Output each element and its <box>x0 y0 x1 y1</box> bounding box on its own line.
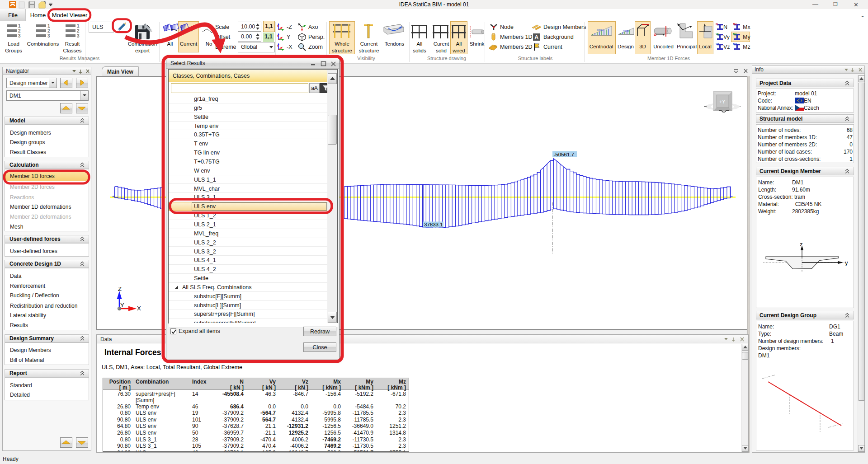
svg-text:My: My <box>733 33 737 36</box>
svg-text:N: N <box>716 23 718 26</box>
svg-text:2: 2 <box>77 28 80 33</box>
svg-text:1: 1 <box>47 23 50 28</box>
svg-text:+Y: +Y <box>719 99 725 104</box>
svg-text:y: y <box>845 259 848 266</box>
svg-text:mhce: mhce <box>623 29 630 32</box>
svg-text:3: 3 <box>47 33 50 38</box>
svg-text:2: 2 <box>47 28 50 33</box>
svg-text:3: 3 <box>77 33 80 38</box>
svg-text:Y: Y <box>120 302 124 309</box>
svg-text:Vz: Vz <box>716 42 719 46</box>
svg-text:1: 1 <box>18 23 21 28</box>
svg-text:A: A <box>534 34 539 41</box>
svg-text:Mx: Mx <box>733 23 737 26</box>
svg-text:mhce: mhce <box>597 28 604 31</box>
svg-text:z: z <box>800 241 803 248</box>
svg-text:-50561.7: -50561.7 <box>554 152 574 157</box>
svg-text:Vy: Vy <box>716 33 719 36</box>
svg-text:Mz: Mz <box>733 42 737 46</box>
svg-text:2: 2 <box>18 28 21 33</box>
svg-text:37833.1: 37833.1 <box>424 222 443 227</box>
svg-text:X: X <box>137 305 141 312</box>
svg-text:Z: Z <box>118 286 122 292</box>
svg-text:3: 3 <box>18 33 21 38</box>
svg-text:1: 1 <box>77 23 80 28</box>
